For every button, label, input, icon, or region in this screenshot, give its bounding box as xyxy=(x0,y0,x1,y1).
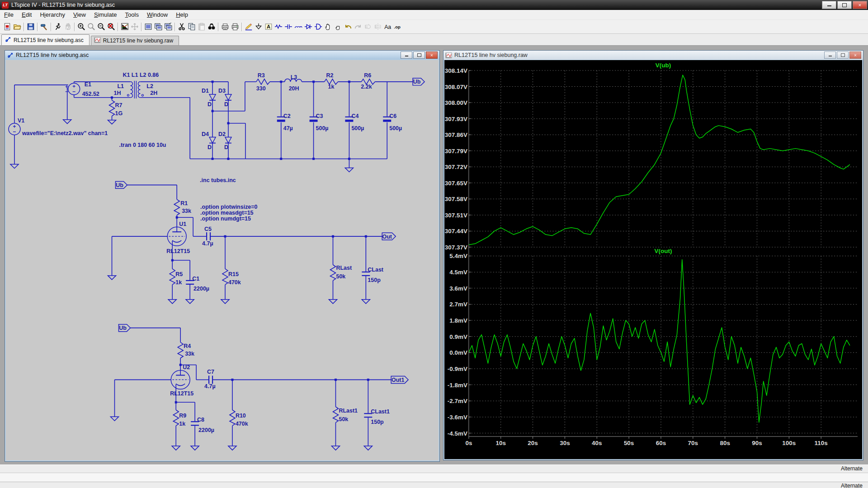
zoom-extents-icon[interactable] xyxy=(106,21,116,32)
schematic-icon xyxy=(7,52,14,59)
open-icon[interactable] xyxy=(12,21,22,32)
waveform-window: RL12T15 line hv siebung.raw × 308.14V308… xyxy=(443,50,863,460)
svg-text:D1: D1 xyxy=(202,88,209,94)
save-icon[interactable] xyxy=(26,21,36,32)
inductor-icon[interactable] xyxy=(293,21,303,32)
new-schematic-icon[interactable] xyxy=(2,21,12,32)
tab-bar: RL12T15 line hv siebung.ascRL12T15 line … xyxy=(0,34,868,46)
waveform-tab-icon xyxy=(94,37,101,45)
svg-text:C8: C8 xyxy=(197,417,204,423)
svg-text:R2: R2 xyxy=(326,72,334,79)
autorange-y-icon[interactable] xyxy=(120,21,130,32)
svg-text:CLast1: CLast1 xyxy=(371,408,390,415)
spice-directive-icon[interactable]: .op xyxy=(393,21,403,32)
svg-text:V1: V1 xyxy=(18,117,24,124)
label-net-icon[interactable]: A xyxy=(264,21,274,32)
svg-text:L3: L3 xyxy=(291,74,297,80)
toolbar-separator xyxy=(37,23,38,31)
netlist-icon[interactable] xyxy=(143,21,153,32)
copy-icon[interactable] xyxy=(187,21,197,32)
schematic-window: RL12T15 line hv siebung.asc × UbUbOutUbO… xyxy=(5,50,440,462)
svg-text:40s: 40s xyxy=(592,440,602,446)
svg-text:500µ: 500µ xyxy=(316,125,329,131)
svg-text:5.4mV: 5.4mV xyxy=(449,253,467,259)
waveform-restore-button[interactable] xyxy=(837,52,849,59)
waveform-minimize-button[interactable] xyxy=(824,52,836,59)
paste-icon xyxy=(197,21,207,32)
svg-text:D3: D3 xyxy=(218,88,226,94)
schematic-close-button[interactable]: × xyxy=(426,52,438,59)
app-minimize-button[interactable] xyxy=(822,1,836,9)
svg-text:150p: 150p xyxy=(368,277,381,283)
menu-edit[interactable]: Edit xyxy=(18,10,36,19)
zoom-in-icon[interactable] xyxy=(76,21,86,32)
svg-text:110s: 110s xyxy=(815,440,828,446)
run-icon[interactable] xyxy=(53,21,63,32)
drag-icon[interactable] xyxy=(333,21,343,32)
app-maximize-button[interactable] xyxy=(837,1,852,9)
menu-view[interactable]: View xyxy=(69,10,90,19)
schematic-window-titlebar[interactable]: RL12T15 line hv siebung.asc × xyxy=(5,51,439,60)
schematic-tab-icon xyxy=(5,36,11,44)
toolbar-separator xyxy=(74,23,75,31)
ltspice-logo-icon: LT xyxy=(2,2,9,9)
resistor-icon[interactable] xyxy=(274,21,283,32)
svg-text:60s: 60s xyxy=(656,440,666,446)
svg-text:.inc tubes.inc: .inc tubes.inc xyxy=(200,177,236,183)
netlist-view-icon[interactable] xyxy=(163,21,173,32)
find-icon[interactable] xyxy=(207,21,217,32)
ground-icon[interactable] xyxy=(254,21,264,32)
ltspice-app: LT LTspice IV - RL12T15 line hv siebung.… xyxy=(0,0,868,488)
svg-text:307.93V: 307.93V xyxy=(445,116,467,122)
svg-text:L1: L1 xyxy=(117,83,124,89)
svg-text:R7: R7 xyxy=(115,102,122,108)
menu-file[interactable]: File xyxy=(0,10,18,19)
menu-window[interactable]: Window xyxy=(143,10,172,19)
mirror-icon: EE xyxy=(373,21,383,32)
schematic-canvas[interactable]: UbUbOutUbOut1K1 L1 L2 0.86E1452.52L11HL2… xyxy=(6,60,439,460)
diode-icon[interactable] xyxy=(303,21,313,32)
svg-text:.option measdgt=15: .option measdgt=15 xyxy=(200,210,254,216)
waveform-close-button[interactable]: × xyxy=(849,52,861,59)
component-icon[interactable] xyxy=(313,21,323,32)
move-icon[interactable] xyxy=(323,21,333,32)
tab-label: RL12T15 line hv siebung.asc xyxy=(14,37,84,43)
svg-text:C4: C4 xyxy=(351,113,359,119)
print-preview-icon[interactable] xyxy=(220,21,230,32)
svg-text:0.0mV: 0.0mV xyxy=(449,349,467,356)
menu-tools[interactable]: Tools xyxy=(121,10,143,19)
titlebar: LT LTspice IV - RL12T15 line hv siebung.… xyxy=(0,0,868,10)
wire-icon[interactable] xyxy=(244,21,254,32)
schematic-restore-button[interactable] xyxy=(413,52,425,59)
svg-text:.option plotwinsize=0: .option plotwinsize=0 xyxy=(200,204,257,210)
toolbar-separator xyxy=(218,23,219,31)
cut-icon[interactable] xyxy=(177,21,187,32)
schematic-minimize-button[interactable] xyxy=(401,52,412,59)
menu-hierarchy[interactable]: Hierarchy xyxy=(36,10,69,19)
app-close-button[interactable]: × xyxy=(853,1,867,9)
svg-text:308.00V: 308.00V xyxy=(445,99,467,106)
undo-icon[interactable] xyxy=(343,21,353,32)
svg-text:70s: 70s xyxy=(688,440,698,446)
tab-schematic[interactable]: RL12T15 line hv siebung.asc xyxy=(1,34,90,45)
svg-text:D: D xyxy=(208,101,212,108)
svg-text:RLast1: RLast1 xyxy=(339,408,358,414)
netlist-edit-icon[interactable] xyxy=(153,21,163,32)
tab-waveform[interactable]: RL12T15 line hv siebung.raw xyxy=(91,36,179,45)
control-panel-icon[interactable] xyxy=(39,21,49,32)
svg-text:-4.5mV: -4.5mV xyxy=(448,430,467,437)
menu-simulate[interactable]: Simulate xyxy=(90,10,121,19)
redo-icon xyxy=(353,21,363,32)
zoom-out-icon[interactable] xyxy=(96,21,106,32)
waveform-canvas[interactable]: 308.14V308.07V308.00V307.93V307.86V307.7… xyxy=(444,60,862,459)
waveform-window-titlebar[interactable]: RL12T15 line hv siebung.raw × xyxy=(443,51,863,60)
capacitor-icon[interactable] xyxy=(283,21,293,32)
menu-help[interactable]: Help xyxy=(172,10,192,19)
svg-text:90s: 90s xyxy=(752,440,762,446)
svg-text:1.8mV: 1.8mV xyxy=(449,317,467,324)
svg-text:A: A xyxy=(267,24,270,29)
print-icon[interactable] xyxy=(230,21,240,32)
svg-text:-0.9mV: -0.9mV xyxy=(448,366,467,372)
text-icon[interactable]: Aa xyxy=(383,21,393,32)
svg-text:R9: R9 xyxy=(179,413,186,419)
